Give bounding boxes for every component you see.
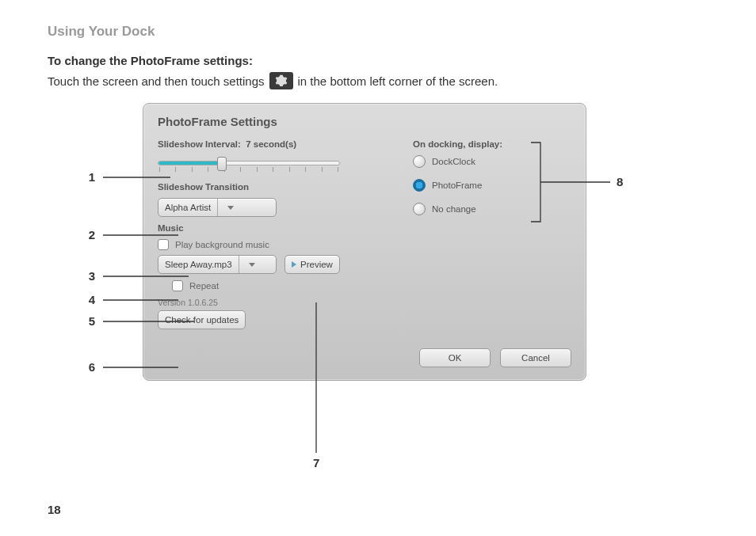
music-file-value: Sleep Away.mp3 [165,260,232,269]
ok-button[interactable]: OK [419,348,491,367]
transition-label: Slideshow Transition [158,182,405,192]
interval-label: Slideshow Interval: 7 second(s) [158,139,405,149]
photoframe-settings-dialog: PhotoFrame Settings Slideshow Interval: … [143,103,586,381]
transition-value: Alpha Artist [165,203,211,212]
page-number: 18 [48,503,61,516]
preview-label: Preview [300,260,333,269]
callout-7: 7 [313,302,319,469]
repeat-checkbox[interactable]: Repeat [172,280,405,291]
transition-dropdown[interactable]: Alpha Artist [158,198,277,217]
preview-button[interactable]: Preview [284,255,340,274]
cancel-button[interactable]: Cancel [500,348,571,367]
gear-icon [269,72,293,89]
step-title: To change the PhotoFrame settings: [48,54,708,67]
callout-6: 6 [79,360,178,374]
play-music-checkbox[interactable]: Play background music [158,239,405,250]
chevron-down-icon [249,263,255,267]
chevron-down-icon [227,206,234,210]
step-text-before: Touch the screen and then touch settings [48,74,265,88]
dialog-wrap: PhotoFrame Settings Slideshow Interval: … [143,103,586,381]
radio-dockclock-label: DockClock [432,157,475,166]
callout-3: 3 [79,269,189,283]
play-icon [292,261,296,268]
callout-5: 5 [79,314,194,328]
callout-2: 2 [79,228,178,241]
callout-8: 8 [531,143,626,238]
step-instruction: Touch the screen and then touch settings… [48,72,708,89]
section-title: Using Your Dock [48,24,708,40]
page: Using Your Dock To change the PhotoFrame… [0,0,756,536]
radio-no-change-label: No change [432,204,476,214]
radio-photoframe-label: PhotoFrame [432,181,482,190]
version-text: Version 1.0.6.25 [158,298,405,307]
repeat-label: Repeat [189,281,219,291]
music-label: Music [158,223,405,233]
step-text-after: in the bottom left corner of the screen. [298,74,498,88]
play-music-label: Play background music [175,240,269,249]
callout-4: 4 [79,293,178,306]
dialog-title: PhotoFrame Settings [143,104,586,136]
interval-slider[interactable] [158,155,340,173]
callout-1: 1 [79,170,170,184]
